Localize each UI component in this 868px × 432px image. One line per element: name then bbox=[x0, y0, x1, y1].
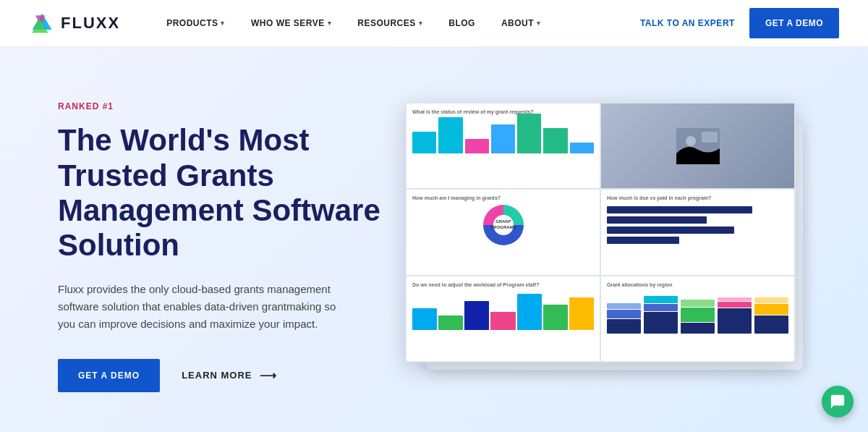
hero-section: RANKED #1 The World's Most Trusted Grant… bbox=[0, 47, 868, 432]
get-demo-nav-button[interactable]: GET A DEMO bbox=[749, 8, 839, 38]
chevron-down-icon: ▾ bbox=[537, 20, 541, 27]
dashboard-pie-chart: How much am I managing in grants? bbox=[407, 190, 600, 274]
navigation: FLUXX PRODUCTS ▾ WHO WE SERVE ▾ RESOURCE… bbox=[0, 0, 868, 47]
logo[interactable]: FLUXX bbox=[29, 10, 120, 36]
chevron-down-icon: ▾ bbox=[419, 20, 423, 27]
hero-buttons: GET A DEMO LEARN MORE ⟶ bbox=[58, 359, 405, 392]
nav-blog[interactable]: BLOG bbox=[438, 12, 485, 34]
dashboard-front-panel: What is the status of review of my grant… bbox=[405, 102, 796, 363]
photo-placeholder-icon bbox=[676, 128, 720, 164]
chat-bubble-button[interactable] bbox=[822, 386, 854, 418]
talk-to-expert-link[interactable]: TALK TO AN EXPERT bbox=[640, 18, 735, 28]
hero-title: The World's Most Trusted Grants Manageme… bbox=[58, 123, 405, 263]
chevron-down-icon: ▾ bbox=[221, 20, 225, 27]
logo-icon bbox=[29, 10, 55, 36]
dashboard-bar-chart: What is the status of review of my grant… bbox=[407, 103, 600, 188]
svg-point-4 bbox=[686, 136, 696, 146]
chat-icon bbox=[830, 394, 846, 410]
learn-more-link[interactable]: LEARN MORE ⟶ bbox=[182, 368, 276, 382]
nav-cta-area: TALK TO AN EXPERT GET A DEMO bbox=[640, 8, 839, 38]
nav-products[interactable]: PRODUCTS ▾ bbox=[156, 12, 235, 34]
nav-resources[interactable]: RESOURCES ▾ bbox=[347, 12, 433, 34]
nav-who-we-serve[interactable]: WHO WE SERVE ▾ bbox=[241, 12, 341, 34]
hero-dashboard-image: What is the status of review of my grant… bbox=[405, 102, 839, 391]
dashboard-horizontal-bars: How much is due vs paid in each program? bbox=[601, 190, 794, 274]
dashboard-mockup: What is the status of review of my grant… bbox=[405, 102, 825, 391]
get-demo-hero-button[interactable]: GET A DEMO bbox=[58, 359, 160, 392]
logo-text: FLUXX bbox=[61, 14, 120, 33]
chevron-down-icon: ▾ bbox=[328, 20, 332, 27]
nav-about[interactable]: ABOUT ▾ bbox=[491, 12, 551, 34]
dashboard-stacked-chart: Grant allocations by region bbox=[601, 276, 794, 361]
ranked-badge: RANKED #1 bbox=[58, 101, 405, 111]
dashboard-multibar-chart: Do we need to adjust the workload of Pro… bbox=[407, 276, 600, 361]
nav-links: PRODUCTS ▾ WHO WE SERVE ▾ RESOURCES ▾ BL… bbox=[156, 12, 640, 34]
svg-text:PROGRAMS: PROGRAMS bbox=[490, 225, 516, 229]
svg-text:GRANT: GRANT bbox=[495, 219, 511, 224]
hero-description: Fluxx provides the only cloud-based gran… bbox=[58, 281, 347, 333]
arrow-right-icon: ⟶ bbox=[260, 368, 277, 382]
hero-content: RANKED #1 The World's Most Trusted Grant… bbox=[58, 101, 405, 391]
pie-chart-svg: GRANT PROGRAMS bbox=[478, 200, 529, 250]
svg-rect-5 bbox=[702, 132, 718, 143]
dashboard-photo-cell bbox=[601, 103, 794, 188]
